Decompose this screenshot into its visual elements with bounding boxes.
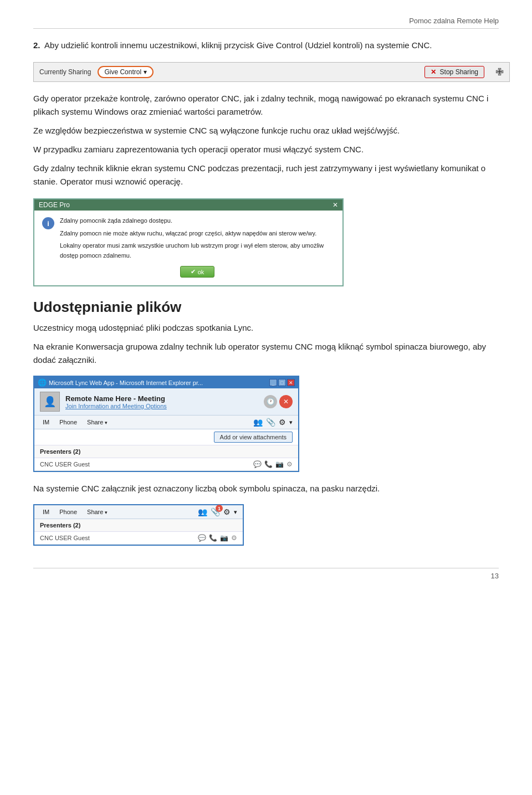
section2-text: 2. Aby udzielić kontroli innemu uczestni… bbox=[33, 39, 499, 52]
lync-toolbar: IM Phone Share ▾ 👥 📎 ⚙ ▾ bbox=[34, 416, 298, 429]
lync-meeting-header: 👤 Remote Name Here - Meeting Join Inform… bbox=[34, 388, 298, 416]
people-icon2: 👥 bbox=[198, 507, 207, 516]
x-icon: ✕ bbox=[431, 68, 436, 76]
dropdown-arrow-icon[interactable]: ▾ bbox=[289, 419, 293, 426]
cnc-dialog-titlebar: EDGE Pro ✕ bbox=[34, 199, 342, 211]
people-icon: 👥 bbox=[253, 418, 263, 427]
video-icon: 📷 bbox=[275, 460, 284, 468]
paperclip-badge[interactable]: 📎 1 bbox=[211, 507, 220, 516]
pin-icon: ✙ bbox=[495, 66, 504, 78]
cnc-dialog-screenshot: EDGE Pro ✕ i Zdalny pomocnik żąda zdalne… bbox=[33, 198, 344, 286]
tab-im[interactable]: IM bbox=[40, 418, 52, 427]
info-icon: i bbox=[42, 217, 54, 229]
currently-sharing-label: Currently Sharing bbox=[39, 68, 91, 76]
lync-toolbar2: IM Phone Share ▾ 👥 📎 1 ⚙ ▾ bbox=[34, 505, 243, 519]
user-row: CNC USER Guest 💬 📞 📷 ⚙ bbox=[34, 458, 298, 471]
meeting-header-icons: 🕐 ✕ bbox=[264, 395, 293, 408]
video-icon2: 📷 bbox=[220, 534, 228, 542]
tab-phone[interactable]: Phone bbox=[57, 418, 80, 427]
checkmark-icon: ✔ bbox=[191, 268, 196, 275]
minimize-button[interactable]: _ bbox=[269, 379, 277, 386]
restore-button[interactable]: □ bbox=[278, 379, 286, 386]
give-control-button[interactable]: Give Control ▾ bbox=[98, 66, 154, 78]
user-action-icons: 💬 📞 📷 ⚙ bbox=[253, 460, 293, 468]
paperclip-icon[interactable]: 📎 bbox=[266, 418, 275, 427]
lync-screenshot-1: 🌐 Microsoft Lync Web App - Microsoft Int… bbox=[33, 376, 299, 472]
paragraph4-5: Gdy zdalny technik kliknie ekran systemu… bbox=[33, 162, 499, 188]
cnc-ok-button[interactable]: ✔ ok bbox=[180, 266, 215, 278]
section-heading: Udostępnianie plików bbox=[33, 299, 499, 316]
paragraph3: W przypadku zamiaru zaprezentowania tych… bbox=[33, 143, 499, 156]
paragraph2: Ze względów bezpieczeństwa w systemie CN… bbox=[33, 124, 499, 137]
avatar: 👤 bbox=[40, 392, 60, 412]
presenters-label: Presenters (2) bbox=[34, 445, 298, 458]
tab-im2[interactable]: IM bbox=[40, 507, 52, 516]
dialog-close-icon[interactable]: ✕ bbox=[332, 201, 338, 209]
x-icon[interactable]: ✕ bbox=[279, 395, 293, 408]
phone-icon: 📞 bbox=[264, 460, 273, 468]
page-number: 13 bbox=[491, 572, 499, 580]
chat-icon: 💬 bbox=[253, 460, 262, 468]
menu-icon2: ⚙ bbox=[231, 534, 237, 542]
meeting-info: Remote Name Here - Meeting Join Informat… bbox=[65, 394, 258, 409]
attachment-area: Add or view attachments bbox=[34, 429, 298, 445]
stop-sharing-button[interactable]: ✕ Stop Sharing bbox=[424, 66, 484, 78]
paragraph7: Na ekranie Konwersacja grupowa zdalny te… bbox=[33, 340, 499, 367]
gear-icon[interactable]: ⚙ bbox=[279, 418, 286, 427]
chat-icon2: 💬 bbox=[198, 534, 206, 542]
cnc-dialog-title: EDGE Pro bbox=[39, 201, 70, 209]
presenters-label2: Presenters (2) bbox=[34, 519, 243, 532]
section2-number: 2. bbox=[33, 40, 40, 50]
menu-icon: ⚙ bbox=[287, 460, 293, 468]
user-row2: CNC USER Guest 💬 📞 📷 ⚙ bbox=[34, 532, 243, 545]
gear-icon2[interactable]: ⚙ bbox=[223, 507, 231, 516]
meeting-link[interactable]: Join Information and Meeting Options bbox=[65, 403, 258, 409]
ie-icon: 🌐 bbox=[38, 378, 47, 387]
tab-phone2[interactable]: Phone bbox=[57, 507, 80, 516]
lync-titlebar: 🌐 Microsoft Lync Web App - Microsoft Int… bbox=[34, 377, 298, 388]
page-header-title: Pomoc zdalna Remote Help bbox=[33, 17, 499, 29]
tab-share[interactable]: Share ▾ bbox=[84, 418, 110, 427]
chevron-down-icon: ▾ bbox=[144, 68, 147, 76]
close-button[interactable]: ✕ bbox=[287, 379, 295, 386]
cnc-dialog-body-text: Zdalny pomocnik żąda zdalnego dostępu. Z… bbox=[60, 216, 335, 278]
meeting-name: Remote Name Here - Meeting bbox=[65, 394, 258, 403]
add-view-attachments-button[interactable]: Add or view attachments bbox=[214, 432, 293, 443]
user-action-icons2: 💬 📞 📷 ⚙ bbox=[198, 534, 237, 542]
clock-icon: 🕐 bbox=[264, 395, 277, 408]
lync-screenshot-2: IM Phone Share ▾ 👥 📎 1 ⚙ ▾ Presenters (2… bbox=[33, 504, 244, 546]
paragraph6: Uczestnicy mogą udostępniać pliki podcza… bbox=[33, 321, 499, 335]
badge-number: 1 bbox=[216, 505, 223, 512]
tab-share2[interactable]: Share ▾ bbox=[84, 507, 110, 516]
phone-icon2: 📞 bbox=[209, 534, 217, 542]
toolbar-screenshot: Currently Sharing Give Control ▾ ✕ Stop … bbox=[33, 62, 510, 82]
page-footer: 13 bbox=[33, 568, 499, 580]
paragraph1: Gdy operator przekaże kontrolę, zarówno … bbox=[33, 92, 499, 119]
paragraph8: Na systemie CNC załącznik jest oznaczony… bbox=[33, 482, 499, 495]
dropdown-arrow-icon2[interactable]: ▾ bbox=[234, 509, 237, 516]
